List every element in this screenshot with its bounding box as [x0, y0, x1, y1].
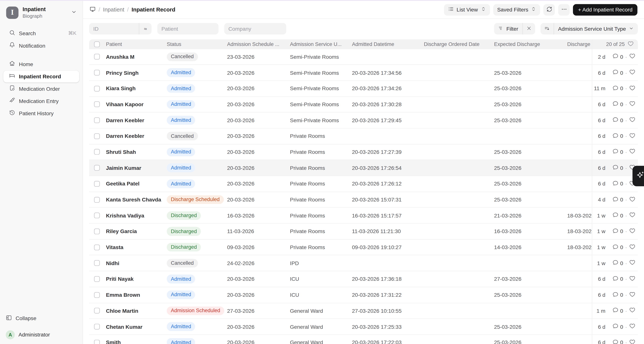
comment-icon[interactable]: [612, 307, 618, 315]
comment-icon[interactable]: [612, 212, 618, 219]
row-checkbox[interactable]: [94, 101, 100, 107]
heart-icon[interactable]: [629, 148, 635, 156]
comment-icon[interactable]: [612, 275, 618, 283]
sidebar-collapse-button[interactable]: Collapse: [3, 312, 79, 324]
table-row[interactable]: Kanta Suresh Chavda Discharge Scheduled …: [89, 192, 638, 208]
row-checkbox[interactable]: [94, 340, 100, 344]
heart-icon[interactable]: [629, 196, 635, 203]
sidebar-item-inpatient-record[interactable]: Inpatient Record: [3, 71, 79, 82]
column-header-status[interactable]: Status: [164, 41, 225, 47]
patient-name[interactable]: Geetika Patel: [106, 181, 140, 187]
comment-icon[interactable]: [612, 164, 618, 172]
table-row[interactable]: Geetika Patel Admitted 20-03-2026 Privat…: [89, 176, 638, 192]
row-checkbox[interactable]: [94, 54, 100, 60]
column-header-patient[interactable]: Patient: [104, 41, 164, 47]
comment-icon[interactable]: [612, 260, 618, 267]
comment-icon[interactable]: [612, 228, 618, 235]
patient-name[interactable]: Vitasta: [106, 244, 123, 250]
ai-assistant-button[interactable]: [632, 166, 644, 186]
table-row[interactable]: Anushka M Cancelled 23-03-2026 Semi-Priv…: [89, 49, 638, 65]
comment-icon[interactable]: [612, 69, 618, 76]
patient-name[interactable]: Anushka M: [106, 54, 134, 60]
comment-icon[interactable]: [612, 323, 618, 330]
sidebar-item-notification[interactable]: Notification: [3, 40, 79, 52]
row-checkbox[interactable]: [94, 133, 100, 139]
comment-icon[interactable]: [612, 101, 618, 108]
id-filter-input[interactable]: [89, 26, 139, 32]
table-row[interactable]: Princy Singh Admitted 20-03-2026 Semi-Pr…: [89, 65, 638, 81]
patient-name[interactable]: Chetan Kumar: [106, 324, 142, 330]
comment-icon[interactable]: [612, 196, 618, 203]
row-checkbox[interactable]: [94, 292, 100, 298]
sidebar-item-medication-entry[interactable]: Medication Entry: [3, 95, 79, 107]
table-row[interactable]: Smith Admitted 20-03-2026 General Ward 2…: [89, 335, 638, 344]
column-header-discharge-ordered-date[interactable]: Discharge Ordered Date: [422, 41, 492, 47]
row-checkbox[interactable]: [94, 276, 100, 282]
heart-icon[interactable]: [629, 323, 635, 330]
workspace-switcher[interactable]: I Inpatient Biograph: [0, 1, 82, 22]
patient-name[interactable]: Chloe Martin: [106, 308, 138, 314]
comment-icon[interactable]: [612, 291, 618, 299]
table-row[interactable]: Shruti Shah Admitted 20-03-2026 Private …: [89, 144, 638, 160]
heart-icon[interactable]: [629, 339, 635, 344]
heart-icon[interactable]: [629, 228, 635, 235]
comment-icon[interactable]: [612, 117, 618, 124]
refresh-button[interactable]: [544, 4, 555, 15]
row-checkbox[interactable]: [94, 308, 100, 314]
heart-icon[interactable]: [629, 307, 635, 315]
table-row[interactable]: Nidhi Cancelled 24-02-2026 IPD 1 w 0 ·: [89, 255, 638, 271]
breadcrumb-item[interactable]: Inpatient: [103, 6, 124, 13]
heart-icon[interactable]: [629, 117, 635, 124]
table-row[interactable]: Jaimin Kumar Admitted 20-03-2026 Private…: [89, 160, 638, 176]
patient-name[interactable]: Shruti Shah: [106, 149, 136, 155]
column-header-admitted-datetime[interactable]: Admitted Datetime: [350, 41, 421, 47]
more-options-button[interactable]: [558, 4, 570, 15]
patient-name[interactable]: Emma Brown: [106, 292, 140, 298]
clear-filter-button[interactable]: [523, 23, 535, 34]
group-by-selector[interactable]: Admission Service Unit Type: [540, 23, 638, 34]
company-filter-input[interactable]: [224, 26, 286, 32]
row-checkbox[interactable]: [94, 197, 100, 203]
patient-name[interactable]: Kanta Suresh Chavda: [106, 197, 161, 203]
table-row[interactable]: Chloe Martin Admission Scheduled 27-03-2…: [89, 303, 638, 319]
column-header-expected-discharge[interactable]: Expected Discharge: [492, 41, 565, 47]
table-row[interactable]: Vitasta Discharged 09-03-2026 Private Ro…: [89, 240, 638, 255]
add-inpatient-record-button[interactable]: + Add Inpatient Record: [573, 4, 638, 15]
patient-name[interactable]: Nidhi: [106, 260, 119, 266]
row-checkbox[interactable]: [94, 86, 100, 91]
patient-name[interactable]: Kiara Singh: [106, 85, 136, 92]
filter-operator-button[interactable]: ≈: [139, 26, 152, 32]
table-row[interactable]: Riley Garcia Discharged 11-03-2026 Priva…: [89, 224, 638, 240]
table-row[interactable]: Emma Brown Admitted 20-03-2026 ICU 20-03…: [89, 287, 638, 303]
patient-name[interactable]: Princy Singh: [106, 69, 138, 76]
table-row[interactable]: Krishna Vadiya Discharged 16-03-2026 Pri…: [89, 208, 638, 224]
patient-name[interactable]: Riley Garcia: [106, 228, 137, 235]
comment-icon[interactable]: [612, 180, 618, 187]
table-row[interactable]: Darren Keebler Cancelled 20-03-2026 Priv…: [89, 128, 638, 144]
patient-name[interactable]: Darren Keebler: [106, 117, 144, 123]
row-checkbox[interactable]: [94, 149, 100, 155]
heart-icon[interactable]: [629, 244, 635, 251]
row-checkbox[interactable]: [94, 70, 100, 76]
heart-icon[interactable]: [629, 132, 635, 140]
comment-icon[interactable]: [612, 85, 618, 92]
sidebar-item-medication-order[interactable]: Medication Order: [3, 83, 79, 95]
sidebar-item-home[interactable]: Home: [3, 58, 79, 70]
table-row[interactable]: Kiara Singh Admitted 20-03-2026 Semi-Pri…: [89, 81, 638, 97]
filter-button[interactable]: Filter: [494, 23, 522, 34]
column-header-admission-schedule[interactable]: Admission Schedule ...: [225, 41, 288, 47]
column-header-admission-service-unit[interactable]: Admission Service U...: [288, 41, 350, 47]
table-row[interactable]: Chetan Kumar Admitted 20-03-2026 General…: [89, 319, 638, 335]
row-checkbox[interactable]: [94, 260, 100, 266]
row-checkbox[interactable]: [94, 165, 100, 171]
patient-name[interactable]: Vihaan Kapoor: [106, 101, 144, 107]
list-view-selector[interactable]: List View: [444, 4, 490, 15]
comment-icon[interactable]: [612, 148, 618, 156]
user-menu[interactable]: A Administrator: [3, 328, 79, 344]
row-checkbox[interactable]: [94, 324, 100, 330]
table-row[interactable]: Vihaan Kapoor Admitted 20-03-2026 Semi-P…: [89, 97, 638, 112]
patient-name[interactable]: Priti Nayak: [106, 276, 134, 282]
row-checkbox[interactable]: [94, 229, 100, 234]
heart-icon[interactable]: [629, 101, 635, 108]
comment-icon[interactable]: [612, 132, 618, 140]
